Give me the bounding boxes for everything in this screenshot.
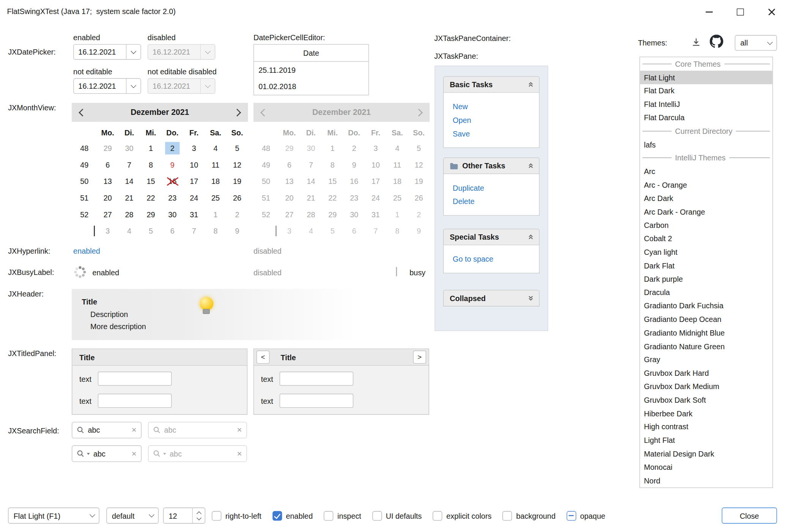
combo-arrow[interactable]	[763, 42, 776, 44]
taskpane-link-delete[interactable]: Delete	[453, 195, 539, 208]
titledpanel-left-button[interactable]: <	[257, 351, 269, 364]
taskpane-header[interactable]: Special Tasks	[443, 229, 540, 245]
day-cell[interactable]: 7	[183, 223, 205, 239]
github-icon[interactable]	[710, 35, 723, 48]
hyperlink-enabled[interactable]: enabled	[73, 247, 100, 255]
theme-list-item[interactable]: Gruvbox Dark Hard	[640, 366, 772, 380]
day-cell[interactable]: 19	[227, 173, 248, 190]
day-cell[interactable]: 27	[97, 206, 118, 223]
busy-checkbox[interactable]	[396, 267, 397, 276]
theme-list-item[interactable]: Dark Flat	[640, 259, 772, 272]
theme-list-item[interactable]: lafs	[640, 138, 772, 151]
checkbox-box[interactable]	[567, 511, 576, 520]
font-combo[interactable]: default	[106, 508, 159, 524]
searchfield-with-menu-enabled[interactable]: abc ×	[72, 446, 142, 462]
day-cell[interactable]: 30	[162, 206, 183, 223]
day-cell[interactable]: 24	[183, 190, 205, 206]
theme-list-item[interactable]: Gruvbox Dark Soft	[640, 393, 772, 406]
theme-list-item[interactable]: Arc Dark	[640, 191, 772, 205]
combo-arrow[interactable]	[145, 515, 158, 516]
datepicker-dropdown-button[interactable]	[126, 79, 140, 93]
day-cell[interactable]: 2	[227, 206, 248, 223]
theme-list-item[interactable]: Cyan light	[640, 245, 772, 259]
theme-list-item[interactable]: High contrast	[640, 420, 772, 433]
day-cell[interactable]: 13	[97, 173, 118, 190]
theme-list-item[interactable]: Flat IntelliJ	[640, 97, 772, 111]
checkbox-box[interactable]	[503, 511, 512, 520]
day-cell[interactable]: 9	[162, 157, 183, 173]
day-cell[interactable]: 9	[227, 223, 248, 239]
taskpane-header[interactable]: Basic Tasks	[443, 76, 540, 93]
table-row[interactable]: 25.11.2019	[254, 62, 368, 78]
checkbox-background[interactable]: background	[503, 511, 556, 520]
window-close-button[interactable]	[756, 0, 787, 24]
theme-list-item[interactable]: Gruvbox Dark Medium	[640, 380, 772, 393]
checkbox-box[interactable]	[433, 511, 442, 520]
day-cell[interactable]: 20	[97, 190, 118, 206]
day-cell[interactable]: 23	[162, 190, 183, 206]
day-cell[interactable]: 15	[140, 173, 162, 190]
day-cell[interactable]: 3	[97, 223, 118, 239]
theme-list-item[interactable]: Cobalt 2	[640, 232, 772, 245]
spinner-buttons[interactable]	[192, 508, 205, 523]
taskpane-header[interactable]: Other Tasks	[443, 157, 540, 174]
checkbox-inspect[interactable]: inspect	[324, 511, 361, 520]
day-cell[interactable]: 25	[205, 190, 227, 206]
day-cell[interactable]: 1	[205, 206, 227, 223]
day-cell[interactable]: 6	[97, 157, 118, 173]
day-cell[interactable]: 8	[140, 157, 162, 173]
taskpane-link-open[interactable]: Open	[453, 113, 539, 127]
previous-month-button[interactable]	[80, 110, 85, 115]
day-cell[interactable]: 6	[162, 223, 183, 239]
theme-list-item[interactable]: Nord	[640, 474, 772, 487]
theme-list-item[interactable]: Arc Dark - Orange	[640, 205, 772, 218]
checkbox-opaque[interactable]: opaque	[567, 511, 605, 520]
text-input[interactable]	[280, 372, 353, 386]
clear-icon[interactable]: ×	[132, 426, 137, 434]
day-cell[interactable]: 18	[205, 173, 227, 190]
theme-list-item[interactable]: Carbon	[640, 218, 772, 232]
theme-list-item[interactable]: Gradianto Dark Fuchsia	[640, 299, 772, 312]
day-cell[interactable]: 11	[205, 157, 227, 173]
day-cell[interactable]: 3	[183, 140, 205, 157]
taskpane-link-duplicate[interactable]: Duplicate	[453, 181, 539, 195]
day-cell[interactable]: 14	[118, 173, 140, 190]
themes-filter-combo[interactable]: all	[735, 35, 777, 51]
theme-list-item[interactable]: Material Design Dark	[640, 447, 772, 460]
text-input[interactable]	[98, 372, 172, 386]
theme-list-item[interactable]: Gradianto Nature Green	[640, 339, 772, 353]
checkbox-right-to-left[interactable]: right-to-left	[212, 511, 261, 520]
theme-list-item[interactable]: Flat Dark	[640, 84, 772, 97]
table-row[interactable]: 01.02.2018	[254, 78, 368, 95]
datepicker-not-editable[interactable]: 16.12.2021	[73, 78, 141, 94]
taskpane-link-new[interactable]: New	[453, 100, 539, 113]
maximize-button[interactable]	[725, 0, 756, 24]
titledpanel-right-button[interactable]: >	[413, 351, 426, 364]
checkbox-box[interactable]	[212, 511, 221, 520]
day-cell[interactable]: 30	[118, 140, 140, 157]
laf-combo[interactable]: Flat Light (F1)	[8, 508, 99, 524]
day-cell[interactable]: 1	[140, 140, 162, 157]
day-cell[interactable]: 5	[227, 140, 248, 157]
day-cell[interactable]: 31	[183, 206, 205, 223]
day-cell[interactable]: 10	[183, 157, 205, 173]
checkbox-box[interactable]	[372, 511, 382, 520]
theme-list-item[interactable]: Hiberbee Dark	[640, 406, 772, 420]
day-cell[interactable]: 2	[162, 140, 183, 157]
theme-list-item[interactable]: Flat Darcula	[640, 111, 772, 124]
day-cell[interactable]: 8	[205, 223, 227, 239]
checkbox-ui-defaults[interactable]: UI defaults	[372, 511, 422, 520]
day-cell[interactable]: 12	[227, 157, 248, 173]
combo-arrow[interactable]	[86, 515, 99, 516]
theme-list-item[interactable]: Dark purple	[640, 272, 772, 286]
date-column-header[interactable]: Date	[254, 45, 368, 62]
checkbox-explicit-colors[interactable]: explicit colors	[433, 511, 492, 520]
day-cell[interactable]: 29	[140, 206, 162, 223]
day-cell[interactable]: 28	[118, 206, 140, 223]
theme-list-item[interactable]: Flat Light	[640, 71, 772, 84]
day-cell[interactable]: 7	[118, 157, 140, 173]
day-cell[interactable]: 21	[118, 190, 140, 206]
taskpane-link-go-to-space[interactable]: Go to space	[453, 252, 539, 266]
searchfield-value[interactable]: abc	[93, 449, 128, 458]
download-icon[interactable]	[691, 37, 702, 48]
